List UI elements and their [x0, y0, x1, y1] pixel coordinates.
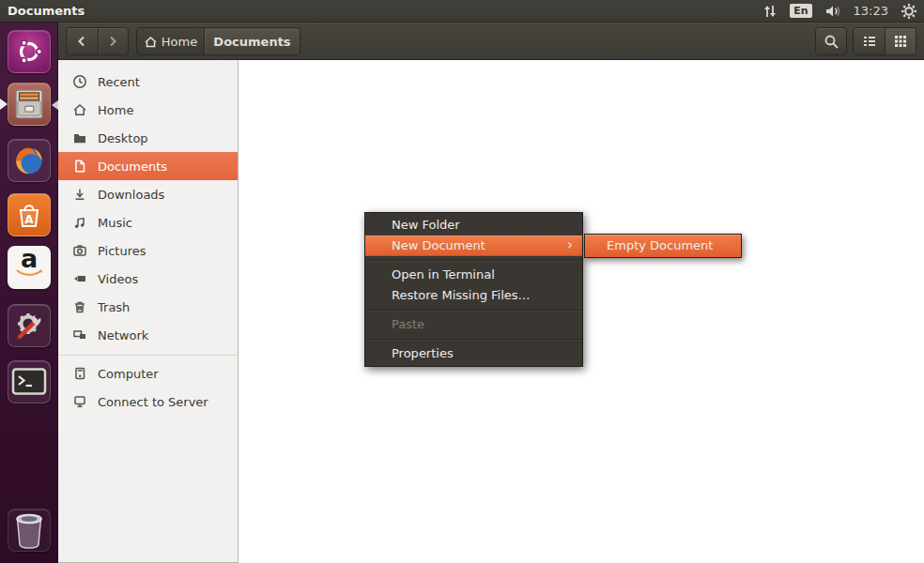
- sidebar-item-pictures[interactable]: Pictures: [58, 236, 238, 265]
- desktop-icon: [72, 130, 87, 145]
- volume-indicator[interactable]: [824, 4, 841, 19]
- gear-icon: [901, 3, 917, 20]
- server-icon: [72, 394, 87, 409]
- sidebar-item-computer[interactable]: Computer: [58, 359, 238, 388]
- list-view-button[interactable]: [854, 28, 885, 54]
- context-menu: New Folder New Document › Open in Termin…: [364, 212, 583, 367]
- top-panel: Documents En 13:23: [0, 0, 924, 23]
- sidebar-item-label: Connect to Server: [98, 395, 208, 409]
- running-indicator-arrow: [0, 99, 8, 110]
- computer-icon: [72, 366, 87, 381]
- sidebar-item-videos[interactable]: Videos: [58, 265, 238, 293]
- sidebar-item-connect-to-server[interactable]: Connect to Server: [58, 388, 238, 416]
- back-button[interactable]: [67, 28, 98, 54]
- menu-separator: [365, 339, 582, 340]
- amazon-icon: a: [14, 257, 44, 278]
- sidebar-item-home[interactable]: Home: [58, 96, 238, 124]
- chevron-right-icon: [105, 34, 120, 49]
- menu-item-restore-missing-files[interactable]: Restore Missing Files…: [365, 285, 582, 306]
- files-window: Home Documents: [58, 23, 924, 563]
- list-view-icon: [862, 34, 877, 49]
- sidebar-item-network[interactable]: Network: [58, 321, 238, 349]
- sidebar-item-documents[interactable]: Documents: [58, 152, 238, 180]
- submenu-arrow-icon: ›: [567, 236, 573, 255]
- window-toolbar: Home Documents: [58, 23, 924, 60]
- launcher-item-ubuntu-dash[interactable]: [8, 30, 51, 73]
- grid-view-button[interactable]: [885, 28, 916, 54]
- sidebar-item-music[interactable]: Music: [58, 208, 238, 236]
- grid-view-icon: [893, 34, 908, 49]
- search-button[interactable]: [815, 27, 847, 55]
- sidebar-item-desktop[interactable]: Desktop: [58, 124, 238, 152]
- downloads-icon: [72, 187, 87, 202]
- recent-icon: [72, 74, 87, 89]
- unity-launcher: A a: [0, 23, 58, 563]
- shopping-bag-icon: A: [13, 199, 45, 231]
- sidebar-item-label: Videos: [98, 272, 138, 286]
- menu-item-label: Empty Document: [607, 238, 713, 252]
- launcher-item-software-center[interactable]: A: [8, 193, 51, 236]
- forward-button[interactable]: [98, 28, 129, 54]
- firefox-icon: [11, 143, 47, 178]
- sidebar-item-trash[interactable]: Trash: [58, 293, 238, 321]
- menu-item-properties[interactable]: Properties: [365, 343, 582, 364]
- home-icon: [72, 102, 87, 117]
- sidebar-item-downloads[interactable]: Downloads: [58, 180, 238, 208]
- menu-item-open-in-terminal[interactable]: Open in Terminal: [365, 265, 582, 285]
- app-title: Documents: [0, 4, 85, 18]
- menu-item-new-document[interactable]: New Document ›: [365, 236, 582, 256]
- magnifier-icon: [824, 34, 839, 50]
- network-indicator[interactable]: [762, 4, 778, 19]
- launcher-item-firefox[interactable]: [8, 139, 51, 182]
- home-icon: [144, 35, 158, 49]
- menu-item-new-folder[interactable]: New Folder: [365, 215, 582, 236]
- network-arrows-icon: [762, 4, 778, 19]
- clock-indicator[interactable]: 13:23: [854, 4, 888, 18]
- menu-item-label: New Folder: [392, 218, 460, 232]
- history-nav-group: [66, 27, 129, 55]
- menu-item-label: Restore Missing Files…: [392, 288, 531, 302]
- sidebar-item-label: Home: [98, 103, 133, 117]
- keyboard-layout-indicator[interactable]: En: [790, 4, 811, 18]
- breadcrumb-home[interactable]: Home: [137, 28, 204, 54]
- launcher-item-files[interactable]: [8, 83, 51, 126]
- sidebar-item-recent[interactable]: Recent: [58, 68, 238, 96]
- menu-item-paste: Paste: [365, 314, 582, 335]
- sidebar-item-label: Computer: [98, 367, 159, 381]
- sidebar-separator: [58, 355, 238, 356]
- network-icon: [72, 327, 87, 342]
- sidebar-item-label: Trash: [98, 300, 130, 314]
- breadcrumb-label: Home: [162, 35, 197, 49]
- view-toggle-group: [853, 27, 916, 55]
- trash-can-icon: [11, 510, 47, 550]
- focused-indicator-arrow: [52, 100, 58, 110]
- breadcrumb-documents[interactable]: Documents: [204, 28, 300, 54]
- sidebar-item-label: Pictures: [98, 244, 146, 258]
- menu-item-label: Paste: [392, 317, 424, 331]
- terminal-icon: [11, 367, 47, 397]
- speaker-icon: [824, 4, 841, 19]
- trash-icon: [72, 299, 87, 314]
- sidebar-item-label: Desktop: [98, 131, 148, 145]
- new-document-submenu: Empty Document: [584, 234, 742, 258]
- menu-item-empty-document[interactable]: Empty Document: [585, 235, 741, 257]
- launcher-item-terminal[interactable]: [8, 360, 51, 403]
- sidebar-item-label: Documents: [98, 160, 167, 174]
- sidebar-item-label: Recent: [98, 75, 140, 89]
- menu-item-label: Open in Terminal: [392, 267, 495, 282]
- path-bar: Home Documents: [136, 27, 300, 55]
- desktop: Documents En 13:23: [0, 0, 924, 563]
- svg-text:A: A: [24, 213, 34, 226]
- pictures-icon: [72, 243, 87, 258]
- gear-wrench-icon: [12, 309, 46, 342]
- videos-icon: [72, 271, 87, 286]
- session-indicator[interactable]: [901, 3, 917, 20]
- places-sidebar: Recent Home Desktop Documents: [58, 60, 239, 563]
- sidebar-item-label: Music: [98, 216, 132, 230]
- menu-item-label: Properties: [392, 346, 454, 360]
- menu-separator: [365, 310, 582, 311]
- ubuntu-logo-icon: [14, 37, 44, 67]
- launcher-item-amazon[interactable]: a: [8, 246, 51, 289]
- launcher-item-trash[interactable]: [8, 509, 51, 552]
- launcher-item-system-settings[interactable]: [8, 304, 51, 347]
